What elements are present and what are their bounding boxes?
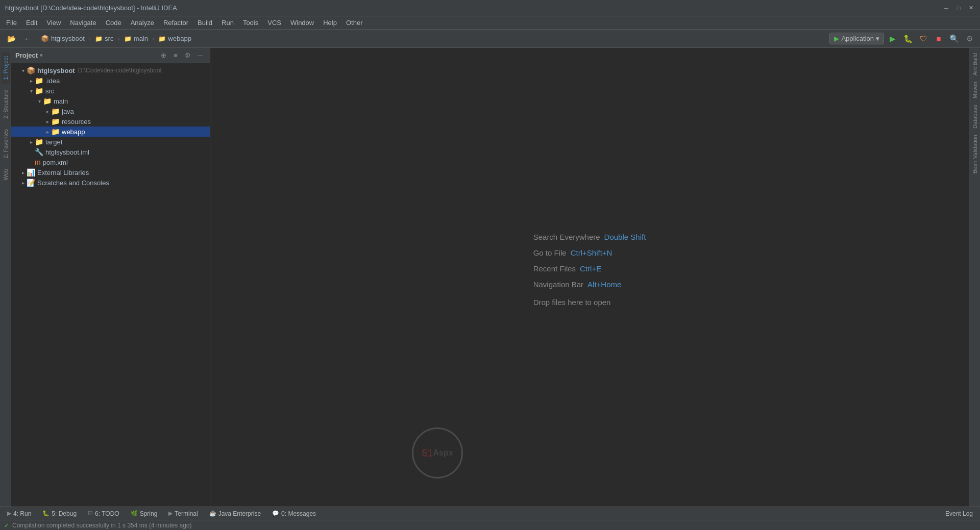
project-settings-button[interactable]: ⚙: [182, 50, 193, 61]
todo-tab-label: 6: TODO: [95, 510, 119, 517]
breadcrumb-main[interactable]: 📁 main: [122, 34, 150, 43]
hint-label-search: Search Everywhere: [533, 233, 600, 241]
menu-view[interactable]: View: [42, 18, 65, 28]
right-tab-bean-validation[interactable]: Bean Validation: [971, 132, 979, 176]
title-bar: htglsysboot [D:\Code\idea-code\htglsysbo…: [0, 0, 980, 16]
main-icon: 📁: [124, 35, 132, 42]
menu-other[interactable]: Other: [342, 18, 367, 28]
menu-tools[interactable]: Tools: [239, 18, 262, 28]
bottom-tab-debug[interactable]: 🐛 5: Debug: [37, 509, 82, 518]
tab-structure[interactable]: 2: Structure: [1, 86, 10, 123]
project-panel: Project ▾ ⊕ ≡ ⚙ ─ ▾ 📦 htglsysboot D:\Cod…: [11, 48, 210, 507]
java-enterprise-tab-icon: ☕: [209, 510, 216, 517]
target-folder-icon: 📁: [35, 138, 43, 146]
main-folder-icon: 📁: [43, 97, 52, 105]
bottom-tab-java-enterprise[interactable]: ☕ Java Enterprise: [204, 509, 266, 518]
close-button[interactable]: ✕: [967, 4, 975, 12]
tree-label-root: htglsysboot: [37, 67, 75, 74]
menu-bar: File Edit View Navigate Code Analyze Ref…: [0, 16, 980, 30]
right-tab-database[interactable]: Database: [971, 102, 979, 132]
right-tab-ant-build[interactable]: Ant Build: [971, 50, 979, 79]
menu-build[interactable]: Build: [193, 18, 216, 28]
hint-label-recent: Recent Files: [533, 264, 576, 273]
event-log-label: Event Log: [945, 510, 973, 517]
tab-project[interactable]: 1: Project: [1, 52, 10, 84]
tree-item-root[interactable]: ▾ 📦 htglsysboot D:\Code\idea-code\htglsy…: [11, 65, 210, 75]
tree-label-pom: pom.xml: [43, 159, 68, 166]
tree-item-external-libs[interactable]: ▸ 📊 External Libraries: [11, 167, 210, 178]
menu-code[interactable]: Code: [102, 18, 126, 28]
tree-item-java[interactable]: ▸ 📁 java: [11, 106, 210, 116]
menu-run[interactable]: Run: [217, 18, 238, 28]
right-tab-maven[interactable]: Maven: [971, 79, 979, 102]
watermark: 51 Aspx: [404, 420, 471, 486]
tree-path-root: D:\Code\idea-code\htglsysboot: [78, 67, 162, 74]
project-scope-button[interactable]: ≡: [170, 50, 181, 61]
bottom-tab-terminal[interactable]: ▶ Terminal: [163, 509, 203, 518]
tree-label-external-libs: External Libraries: [37, 169, 89, 176]
main-label: main: [134, 35, 148, 42]
project-add-button[interactable]: ⊕: [158, 50, 169, 61]
tree-item-target[interactable]: ▸ 📁 target: [11, 137, 210, 147]
hint-label-nav: Navigation Bar: [533, 280, 583, 289]
tree-label-target: target: [45, 138, 62, 146]
bottom-tab-event-log[interactable]: Event Log: [940, 509, 978, 518]
breadcrumb-root[interactable]: 📦 htglsysboot: [39, 34, 87, 43]
menu-analyze[interactable]: Analyze: [127, 18, 158, 28]
root-icon: 📦: [41, 35, 49, 42]
run-button[interactable]: ▶: [886, 32, 899, 45]
breadcrumb-webapp[interactable]: 📁 webapp: [156, 34, 193, 43]
menu-edit[interactable]: Edit: [22, 18, 41, 28]
debug-button[interactable]: 🐛: [901, 32, 915, 45]
iml-file-icon: 🔧: [35, 148, 43, 156]
breadcrumb-src[interactable]: 📁 src: [93, 34, 115, 43]
tree-arrow-target: ▸: [28, 139, 35, 145]
menu-navigate[interactable]: Navigate: [66, 18, 100, 28]
run-config-label: Application: [841, 35, 874, 42]
tree-item-pom[interactable]: ▸ m pom.xml: [11, 157, 210, 167]
title-text: htglsysboot [D:\Code\idea-code\htglsysbo…: [5, 4, 177, 12]
search-everywhere-button[interactable]: 🔍: [947, 32, 961, 45]
tab-web[interactable]: Web: [1, 165, 10, 184]
tree-label-iml: htglsysboot.iml: [45, 148, 89, 156]
window-controls: ─ □ ✕: [942, 4, 975, 12]
debug-tab-icon: 🐛: [42, 510, 50, 517]
run-tab-icon: ▶: [7, 510, 11, 517]
stop-button[interactable]: ■: [932, 32, 945, 45]
java-enterprise-tab-label: Java Enterprise: [218, 510, 261, 517]
tree-label-scratches: Scratches and Consoles: [37, 179, 109, 187]
webapp-icon: 📁: [158, 35, 166, 42]
menu-help[interactable]: Help: [319, 18, 341, 28]
project-title[interactable]: Project ▾: [15, 52, 42, 59]
coverage-button[interactable]: 🛡: [917, 32, 930, 45]
menu-vcs[interactable]: VCS: [263, 18, 285, 28]
tree-item-scratches[interactable]: ▸ 📝 Scratches and Consoles: [11, 178, 210, 188]
bottom-tab-messages[interactable]: 💬 0: Messages: [267, 509, 321, 518]
menu-refactor[interactable]: Refactor: [159, 18, 192, 28]
tree-item-idea[interactable]: ▸ 📁 .idea: [11, 75, 210, 86]
minimize-button[interactable]: ─: [942, 4, 950, 12]
run-config-section: ▶ Application ▾ ▶ 🐛 🛡 ■ 🔍 ⚙: [829, 32, 976, 45]
menu-window[interactable]: Window: [286, 18, 318, 28]
tree-item-webapp[interactable]: ▸ 📁 webapp: [11, 127, 210, 137]
bottom-tab-spring[interactable]: 🌿 Spring: [126, 509, 163, 518]
tree-item-iml[interactable]: ▸ 🔧 htglsysboot.iml: [11, 147, 210, 157]
maximize-button[interactable]: □: [954, 4, 963, 12]
tree-label-idea: .idea: [45, 77, 60, 85]
status-bar: ✓ Compilation completed successfully in …: [0, 520, 980, 530]
bottom-tab-todo[interactable]: ☑ 6: TODO: [83, 509, 125, 518]
toolbar: 📂 ← 📦 htglsysboot › 📁 src › 📁 main › 📁 w…: [0, 30, 980, 48]
settings-button[interactable]: ⚙: [963, 32, 976, 45]
terminal-tab-label: Terminal: [175, 510, 198, 517]
bottom-tab-run[interactable]: ▶ 4: Run: [2, 509, 36, 518]
tree-item-resources[interactable]: ▸ 📁 resources: [11, 116, 210, 127]
tab-favorites[interactable]: 2: Favorites: [1, 125, 10, 162]
tree-item-src[interactable]: ▾ 📁 src: [11, 86, 210, 96]
tree-item-main[interactable]: ▾ 📁 main: [11, 96, 210, 106]
open-project-button[interactable]: 📂: [4, 32, 18, 45]
back-button[interactable]: ←: [20, 32, 35, 45]
spring-tab-label: Spring: [140, 510, 158, 517]
menu-file[interactable]: File: [2, 18, 21, 28]
run-config-button[interactable]: ▶ Application ▾: [829, 33, 884, 44]
project-close-button[interactable]: ─: [194, 50, 206, 61]
